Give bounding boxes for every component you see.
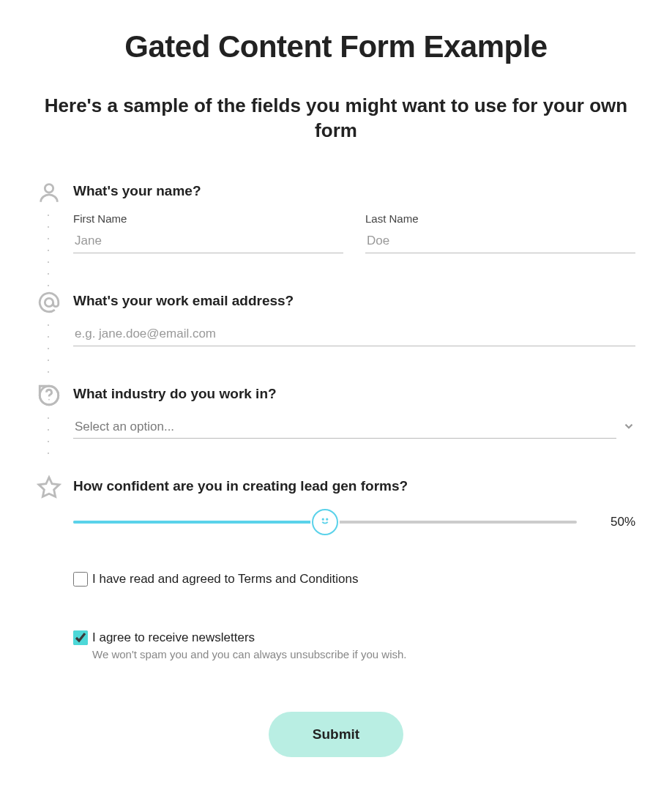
svg-point-4 (323, 518, 324, 519)
industry-select[interactable]: Select an option... (73, 415, 616, 439)
form-column: What's your name? First Name Last Name (37, 180, 635, 757)
last-name-input[interactable] (365, 229, 635, 253)
question-bubble-icon (37, 383, 61, 411)
timeline-dots (48, 319, 49, 378)
confidence-slider[interactable] (73, 509, 577, 535)
email-question-label: What's your work email address? (73, 293, 635, 309)
newsletter-checkbox[interactable] (73, 630, 88, 645)
intro-heading: Here's a sample of the fields you might … (37, 94, 635, 144)
first-name-input[interactable] (73, 229, 343, 253)
smile-icon (317, 513, 333, 532)
svg-point-0 (45, 184, 53, 192)
person-icon (37, 180, 61, 208)
newsletter-label: I agree to receive newsletters (92, 630, 406, 645)
at-sign-icon (37, 290, 61, 318)
newsletter-subtext: We won't spam you and you can always uns… (92, 648, 406, 660)
email-input[interactable] (73, 322, 635, 346)
svg-point-3 (48, 398, 50, 400)
timeline-dots (48, 209, 49, 294)
timeline-dots (48, 412, 49, 464)
chevron-down-icon (622, 420, 635, 436)
terms-label: I have read and agreed to Terms and Cond… (92, 572, 359, 587)
last-name-label: Last Name (365, 212, 635, 225)
industry-question-label: What industry do you work in? (73, 386, 635, 402)
page-title: Gated Content Form Example (37, 29, 635, 64)
terms-checkbox[interactable] (73, 572, 88, 587)
first-name-label: First Name (73, 212, 343, 225)
slider-fill (73, 521, 325, 524)
slider-value-text: 50% (599, 515, 635, 529)
name-question-label: What's your name? (73, 183, 635, 199)
submit-button[interactable]: Submit (269, 712, 403, 757)
svg-point-1 (45, 298, 53, 306)
slider-thumb[interactable] (312, 509, 338, 535)
star-icon (37, 475, 61, 503)
confidence-question-label: How confident are you in creating lead g… (73, 478, 635, 494)
svg-point-5 (326, 518, 327, 519)
